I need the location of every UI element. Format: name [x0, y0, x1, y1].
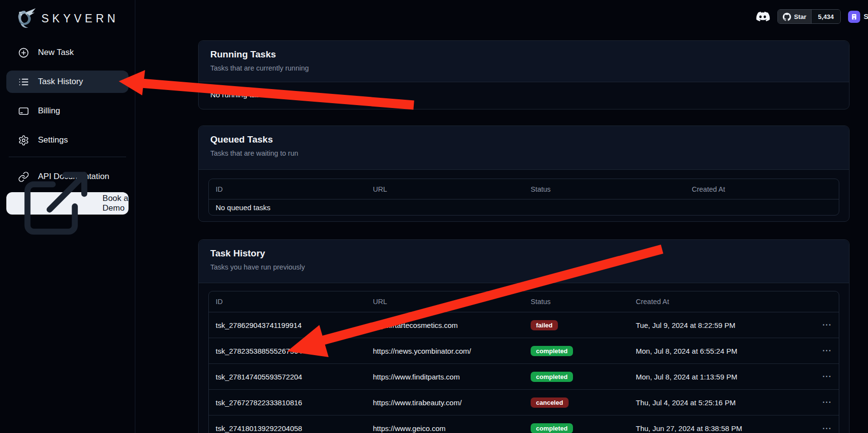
column-header-url: URL	[366, 298, 524, 306]
task-url-cell: https://www.tirabeauty.com/	[366, 398, 524, 407]
task-history-header: Task History Tasks you have run previous…	[199, 240, 849, 283]
card-subtitle: Tasks that are waiting to run	[210, 149, 837, 157]
github-star-widget[interactable]: Star 5,434	[777, 9, 841, 24]
task-status-cell: failed	[524, 320, 629, 330]
task-id-cell: tsk_278629043741199914	[209, 321, 366, 329]
status-badge: completed	[531, 372, 573, 382]
avatar[interactable]	[848, 11, 860, 23]
task-status-cell: completed	[524, 423, 629, 433]
sidebar-item-label: Billing	[38, 106, 60, 116]
column-header-status: Status	[524, 298, 629, 306]
discord-icon[interactable]	[755, 10, 770, 23]
task-url-cell: https://www.finditparts.com	[366, 373, 524, 381]
sidebar-item-settings[interactable]: Settings	[6, 129, 129, 151]
task-status-cell: completed	[524, 346, 629, 356]
table-header-row: ID URL Status Created At	[209, 291, 839, 312]
card-subtitle: Tasks that are currently running	[210, 64, 837, 72]
queued-tasks-empty-state: No queued tasks	[209, 199, 839, 215]
running-tasks-empty-state: No running tasks	[199, 82, 849, 108]
cta-label: Book a Demo	[103, 194, 129, 213]
queued-tasks-card: Queued Tasks Tasks that are waiting to r…	[198, 126, 850, 222]
card-title: Queued Tasks	[210, 134, 837, 145]
running-tasks-header: Running Tasks Tasks that are currently r…	[199, 41, 849, 82]
org-name-clipped: S	[864, 12, 868, 20]
status-badge: completed	[531, 346, 573, 356]
row-actions-ellipsis-button[interactable]: ···	[815, 398, 839, 407]
sidebar-item-new-task[interactable]: New Task	[6, 41, 129, 64]
github-star-label: Star	[794, 13, 806, 20]
column-header-created-at: Created At	[629, 298, 815, 306]
column-header-created-at: Created At	[685, 185, 839, 193]
column-header-id: ID	[209, 185, 366, 193]
card-title: Task History	[210, 248, 837, 259]
topbar: Star 5,434 S	[0, 0, 868, 29]
github-octocat-icon	[783, 13, 791, 21]
task-history-rows: tsk_278629043741199914 https://tartecosm…	[209, 312, 839, 433]
row-actions-ellipsis-button[interactable]: ···	[815, 372, 839, 381]
task-url-cell: https://www.geico.com	[366, 424, 524, 433]
task-url-cell: https://news.ycombinator.com/	[366, 347, 524, 355]
table-header-row: ID URL Status Created At	[209, 179, 839, 199]
sidebar-item-label: Task History	[38, 77, 83, 87]
column-header-url: URL	[366, 185, 524, 193]
task-created-at-cell: Thu, Jul 4, 2024 at 5:25:16 PM	[629, 398, 815, 407]
column-header-id: ID	[209, 298, 366, 306]
task-created-at-cell: Thu, Jun 27, 2024 at 8:38:58 PM	[629, 424, 815, 433]
column-header-status: Status	[524, 185, 685, 193]
row-actions-ellipsis-button[interactable]: ···	[815, 346, 839, 355]
table-row[interactable]: tsk_274180139292204058 https://www.geico…	[209, 415, 839, 433]
sidebar-item-task-history[interactable]: Task History	[6, 71, 129, 93]
sidebar-divider	[9, 157, 126, 157]
card-title: Running Tasks	[210, 49, 837, 60]
task-id-cell: tsk_278235388555267564	[209, 347, 366, 355]
queued-tasks-table: ID URL Status Created At No queued tasks	[208, 179, 839, 216]
sidebar-item-label: New Task	[38, 48, 74, 57]
plus-circle-icon	[18, 47, 29, 58]
table-row[interactable]: tsk_276727822333810816 https://www.tirab…	[209, 390, 839, 415]
status-badge: canceled	[531, 397, 569, 408]
table-row[interactable]: tsk_278147405593572204 https://www.findi…	[209, 364, 839, 390]
task-created-at-cell: Mon, Jul 8, 2024 at 1:13:59 PM	[629, 373, 815, 381]
task-id-cell: tsk_274180139292204058	[209, 424, 366, 433]
task-history-table: ID URL Status Created At tsk_27862904374…	[208, 291, 839, 433]
external-link-icon	[18, 165, 94, 241]
task-id-cell: tsk_278147405593572204	[209, 373, 366, 381]
running-tasks-card: Running Tasks Tasks that are currently r…	[198, 40, 850, 109]
sidebar-item-label: Settings	[38, 135, 68, 145]
card-subtitle: Tasks you have run previously	[210, 263, 837, 271]
credit-card-icon	[18, 106, 29, 117]
task-status-cell: completed	[524, 372, 629, 382]
table-row[interactable]: tsk_278235388555267564 https://news.ycom…	[209, 338, 839, 364]
status-badge: completed	[531, 423, 573, 433]
status-badge: failed	[531, 320, 558, 330]
row-actions-ellipsis-button[interactable]: ···	[815, 424, 839, 433]
task-created-at-cell: Mon, Jul 8, 2024 at 6:55:24 PM	[629, 347, 815, 355]
task-id-cell: tsk_276727822333810816	[209, 398, 366, 407]
row-actions-ellipsis-button[interactable]: ···	[815, 321, 839, 329]
sidebar: SKYVERN New Task Task History	[0, 0, 135, 433]
queued-tasks-header: Queued Tasks Tasks that are waiting to r…	[199, 126, 849, 170]
gear-icon	[18, 135, 29, 146]
github-star-count: 5,434	[811, 10, 840, 23]
sidebar-item-billing[interactable]: Billing	[6, 100, 129, 122]
list-icon	[18, 76, 29, 88]
skyvern-app: { "brand": { "name": "SKYVERN" }, "topba…	[0, 0, 868, 433]
task-history-card: Task History Tasks you have run previous…	[198, 239, 850, 433]
table-row[interactable]: tsk_278629043741199914 https://tartecosm…	[209, 312, 839, 338]
book-a-demo-button[interactable]: Book a Demo	[6, 192, 129, 215]
task-created-at-cell: Tue, Jul 9, 2024 at 8:22:59 PM	[629, 321, 815, 329]
task-url-cell: https://tartecosmetics.com	[366, 321, 524, 329]
sidebar-nav: New Task Task History Billing	[6, 41, 129, 151]
task-status-cell: canceled	[524, 397, 629, 408]
